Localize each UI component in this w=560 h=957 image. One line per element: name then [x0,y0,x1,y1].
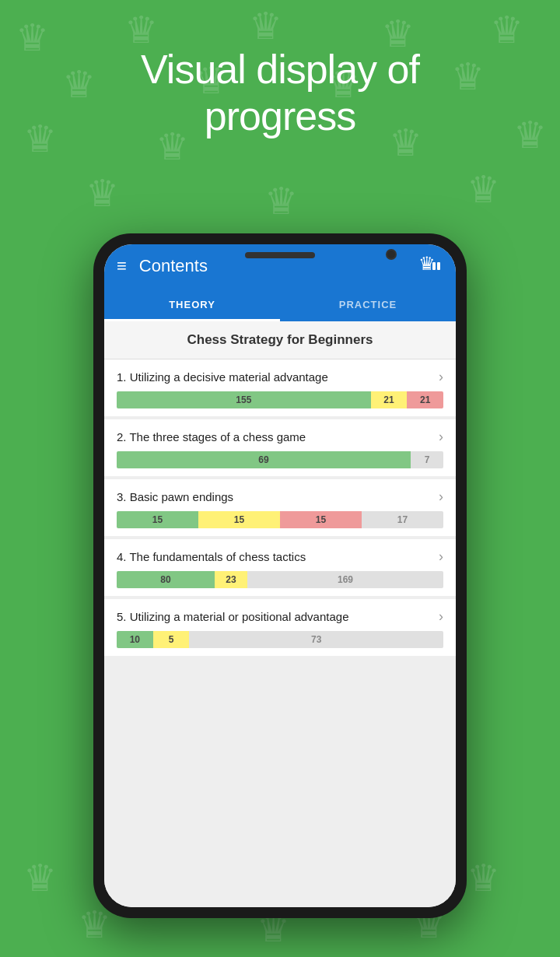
lesson-title: 4. The fundamentals of chess tactics [117,549,432,565]
crown-watermark: ♛ [23,856,57,899]
tab-practice[interactable]: PRACTICE [280,288,456,321]
crown-watermark: ♛ [467,856,500,899]
bar-yellow: 21 [371,391,408,408]
hero-line1: Visual display of [141,47,419,92]
crown-watermark: ♛ [490,8,523,51]
hero-title: Visual display of progress [0,47,560,140]
chevron-right-icon: › [439,549,443,565]
chess-logo-icon[interactable]: ♛ [418,251,443,282]
bar-green: 69 [117,451,411,468]
bar-green: 10 [117,631,153,648]
chevron-right-icon: › [439,369,443,385]
lesson-header: 3. Basic pawn endings › [117,489,443,505]
bar-light: 7 [411,451,443,468]
svg-rect-1 [432,262,436,270]
crown-watermark: ♛ [86,171,119,215]
tab-theory[interactable]: THEORY [104,288,280,321]
lesson-title: 5. Utilizing a material or positional ad… [117,609,432,625]
lesson-title: 1. Utilizing a decisive material advanta… [117,370,432,385]
bar-light: 17 [362,511,443,528]
lesson-item[interactable]: 4. The fundamentals of chess tactics › 8… [104,539,456,596]
phone-body: ≡ Contents ♛ THEORY PRACTICE [93,233,467,918]
lesson-header: 1. Utilizing a decisive material advanta… [117,369,443,385]
bar-green: 15 [117,511,198,528]
lesson-item[interactable]: 1. Utilizing a decisive material advanta… [104,359,456,416]
lesson-title: 2. The three stages of a chess game [117,429,432,445]
lesson-item[interactable]: 2. The three stages of a chess game › 69… [104,419,456,476]
progress-bar: 155 21 21 [117,391,443,408]
progress-bar: 80 23 169 [117,571,443,588]
bar-pink: 15 [280,511,362,528]
hamburger-icon[interactable]: ≡ [117,256,127,276]
progress-bar: 15 15 15 17 [117,511,443,528]
crown-watermark: ♛ [467,167,500,211]
chevron-right-icon: › [439,489,443,505]
chevron-right-icon: › [439,608,443,625]
bar-green: 80 [117,571,215,588]
lesson-header: 4. The fundamentals of chess tactics › [117,549,443,565]
lesson-header: 2. The three stages of a chess game › [117,429,443,445]
bar-yellow: 23 [215,571,247,588]
phone-screen: ≡ Contents ♛ THEORY PRACTICE [104,244,456,907]
app-bar-title: Contents [139,256,418,276]
progress-bar: 10 5 73 [117,631,443,648]
phone-camera [386,249,397,260]
lesson-title: 3. Basic pawn endings [117,489,432,505]
phone-speaker [245,252,315,258]
bar-light: 169 [247,571,443,588]
content-area: Chess Strategy for Beginners 1. Utilizin… [104,321,456,907]
lesson-header: 5. Utilizing a material or positional ad… [117,608,443,625]
crown-watermark: ♛ [124,8,158,51]
tabs-bar: THEORY PRACTICE [104,288,456,321]
app-bar: ≡ Contents ♛ [104,244,456,288]
lesson-item[interactable]: 3. Basic pawn endings › 15 15 15 17 [104,479,456,536]
lesson-item[interactable]: 5. Utilizing a material or positional ad… [104,599,456,656]
bar-pink: 21 [407,391,443,408]
bar-yellow: 15 [198,511,280,528]
chevron-right-icon: › [439,429,443,445]
svg-rect-2 [437,262,440,270]
phone-mockup: ≡ Contents ♛ THEORY PRACTICE [93,233,467,918]
crown-watermark: ♛ [264,179,298,223]
bar-green: 155 [117,391,371,408]
bar-light: 73 [189,631,443,648]
crown-watermark: ♛ [249,4,282,47]
bar-yellow: 5 [153,631,190,648]
hero-line2: progress [205,93,355,138]
progress-bar: 69 7 [117,451,443,468]
course-title: Chess Strategy for Beginners [104,321,456,359]
